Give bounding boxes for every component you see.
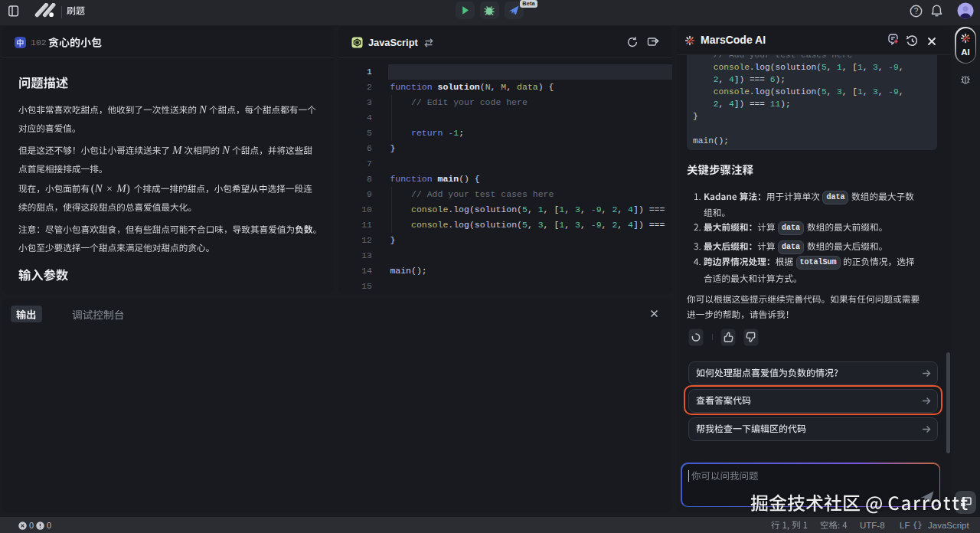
svg-text:?: ?: [914, 7, 919, 15]
